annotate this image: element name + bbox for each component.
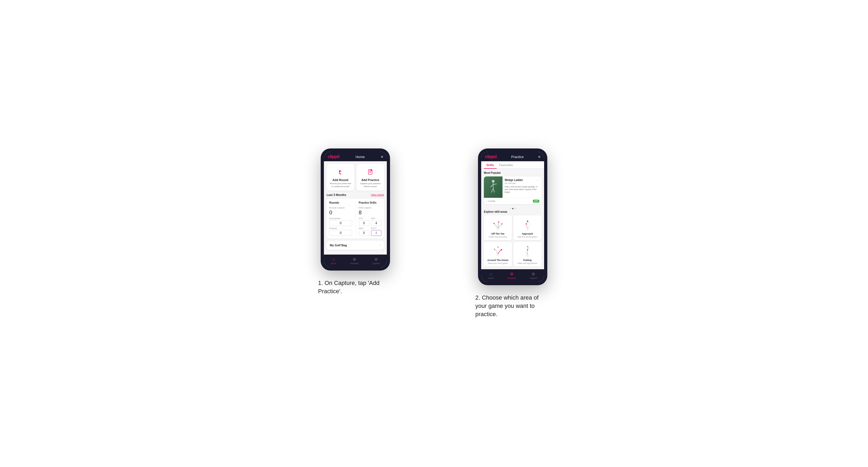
card-desc: Play 1 shot at each target yardage. If y…	[505, 186, 539, 193]
drills-sub-grid: OTT 0 APP 4	[359, 217, 382, 236]
skill-atg[interactable]: Around The Green Hone your short game	[484, 242, 512, 267]
action-cards: Add Round Record your shots fast or enha…	[327, 164, 384, 191]
skill-approach[interactable]: Approach Dial-in to hit the green	[514, 215, 541, 240]
phone2: clippd Practice ≡ Drills Favourites Most…	[478, 149, 547, 285]
add-round-icon	[336, 167, 345, 177]
nav-home-2[interactable]: ⌂ Home	[488, 272, 494, 279]
add-round-desc: Record your shots fast or enhanced mode	[329, 182, 352, 188]
atg-desc: Hone your short game	[488, 262, 507, 264]
arg-box: 0	[359, 230, 369, 236]
skill-ott[interactable]: Off The Tee Power and accuracy	[484, 215, 512, 240]
svg-point-27	[527, 255, 528, 256]
svg-point-25	[494, 249, 495, 250]
approach-diagram	[521, 218, 534, 231]
svg-line-14	[494, 223, 498, 228]
phone1-section: clippd Home ≡	[287, 149, 423, 295]
svg-point-19	[501, 223, 502, 224]
svg-point-20	[527, 228, 528, 230]
svg-point-21	[527, 221, 528, 222]
ott-label: OTT	[359, 217, 369, 220]
rounds-col: Rounds Rounds Capture 0 Tournament 0	[329, 201, 352, 236]
svg-line-11	[493, 188, 495, 192]
skill-putt[interactable]: Putting Make and lag practice	[514, 242, 541, 267]
rounds-title: Rounds	[329, 201, 352, 206]
caption-2: 2. Choose which area of your game you wa…	[475, 294, 550, 318]
tab-drills[interactable]: Drills	[484, 161, 497, 169]
drills-capture-value: 8	[359, 210, 382, 216]
tournament-value: 0	[331, 221, 351, 225]
nav-capture-1[interactable]: ⊕ Capture	[372, 257, 380, 265]
phone2-header: clippd Practice ≡	[481, 152, 544, 161]
ott-app-row: OTT 0 APP 4	[359, 217, 382, 226]
putt-diagram	[521, 244, 534, 258]
stats-header: Last 3 Months View Activity	[327, 193, 384, 196]
ott-name: Off The Tee	[491, 232, 504, 235]
phone2-screen: clippd Practice ≡ Drills Favourites Most…	[481, 152, 544, 282]
view-activity-link[interactable]: View Activity	[371, 193, 384, 196]
nav-home-1[interactable]: ⌂ Home	[331, 257, 336, 265]
add-round-title: Add Round	[333, 178, 348, 182]
header-title-1: Home	[355, 155, 365, 159]
svg-point-22	[526, 223, 527, 224]
atg-name: Around The Green	[487, 259, 508, 261]
dot-1	[510, 208, 511, 209]
popular-card[interactable]: Wedge Ladder ☆ 50–100 yds Play 1 shot at…	[484, 177, 541, 204]
phone2-content: Most Popular	[481, 169, 544, 269]
putt-name: Putting	[523, 259, 532, 261]
add-practice-icon: +	[366, 167, 375, 177]
phone1: clippd Home ≡	[321, 149, 390, 271]
rounds-sub-grid: Tournament 0 Practice	[329, 217, 352, 236]
hamburger-icon-2[interactable]: ≡	[538, 155, 540, 159]
arg-label: ARG	[359, 227, 369, 229]
add-round-card[interactable]: Add Round Record your shots fast or enha…	[327, 164, 354, 191]
phone1-header: clippd Home ≡	[324, 152, 387, 161]
dot-2	[512, 208, 514, 209]
home-label-2: Home	[488, 277, 494, 279]
svg-point-30	[527, 249, 528, 250]
capture-icon-1: ⊕	[374, 257, 378, 262]
putt-box: 4	[371, 230, 381, 236]
hamburger-icon-1[interactable]: ≡	[381, 155, 383, 159]
shots-info: ○ 9 shots	[486, 200, 495, 202]
drills-col: Practice Drills Drills Capture 8 OTT 0	[359, 201, 382, 236]
tournament-box: 0	[329, 220, 352, 226]
golfer-svg	[487, 179, 500, 195]
capture-label-2: Capture	[530, 277, 537, 279]
app-logo-2: clippd	[485, 154, 497, 159]
home-icon-2: ⌂	[490, 272, 492, 276]
skill-grid: Off The Tee Power and accuracy	[484, 215, 541, 267]
tournament-label: Tournament	[329, 217, 352, 220]
dot-3	[515, 208, 516, 209]
card-footer: ○ 9 shots APP	[484, 198, 541, 204]
nav-activities-1[interactable]: ⊕ Activities	[350, 257, 359, 265]
app-box: 4	[371, 220, 381, 226]
svg-point-26	[497, 247, 498, 248]
activities-label-2: Activities	[507, 277, 516, 279]
putt-label: PUTT	[371, 227, 381, 229]
capture-icon-2: ⊕	[532, 271, 535, 276]
page-container: clippd Home ≡	[287, 149, 581, 318]
clock-icon: ○	[486, 200, 487, 202]
svg-line-9	[493, 184, 497, 184]
stats-title: Last 3 Months	[327, 193, 346, 196]
app-badge: APP	[533, 200, 539, 203]
golf-bag-row[interactable]: My Golf Bag ›	[327, 241, 384, 250]
phone2-bottom-nav: ⌂ Home ⊕ Activities ⊕ Capture	[481, 269, 544, 282]
svg-point-17	[493, 223, 495, 224]
activities-label-1: Activities	[350, 262, 359, 265]
practice-row: Practice 0	[329, 227, 352, 236]
tab-favourites[interactable]: Favourites	[497, 161, 516, 169]
card-title-row: Wedge Ladder ☆	[505, 179, 539, 182]
practice-label: Practice	[329, 227, 352, 229]
phone2-section: clippd Practice ≡ Drills Favourites Most…	[445, 149, 581, 318]
nav-capture-2[interactable]: ⊕ Capture	[530, 271, 537, 279]
ott-box: 0	[359, 220, 369, 226]
nav-activities-2[interactable]: ⊕ Activities	[507, 271, 516, 279]
add-practice-card[interactable]: + Add Practice Capture your practice off…	[356, 164, 384, 191]
star-icon[interactable]: ☆	[537, 179, 539, 182]
home-label-1: Home	[331, 262, 336, 265]
svg-rect-0	[339, 170, 340, 174]
golf-bag-chevron: ›	[380, 243, 381, 247]
add-practice-desc: Capture your practice off-the-course	[359, 182, 382, 188]
ott-desc: Power and accuracy	[489, 236, 507, 238]
